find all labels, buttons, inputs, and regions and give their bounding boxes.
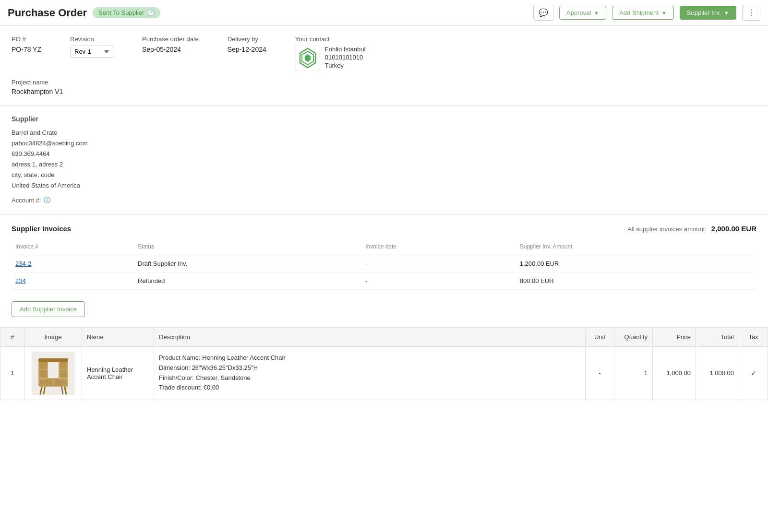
- col-unit-header: Unit: [586, 327, 614, 346]
- delivery-block: Delivery by Sep-12-2024: [228, 35, 266, 53]
- contact-company: Fohlio Istanbul: [325, 46, 366, 53]
- approval-label: Approval: [566, 9, 591, 16]
- po-date-label: Purchase order date: [142, 35, 199, 43]
- contact-details: Fohlio Istanbul 01010101010 Turkey: [325, 46, 366, 69]
- inv-header: Supplier Invoices All supplier invoices …: [12, 225, 756, 233]
- supplier-info: Barrel and Crate pahoc34824@soebing.com …: [12, 128, 756, 191]
- more-options-button[interactable]: ⋮: [742, 5, 760, 21]
- inv-total-row: All supplier invoices amount: 2,000.00 E…: [627, 225, 756, 233]
- chevron-down-icon: ▼: [724, 10, 729, 16]
- po-date-block: Purchase order date Sep-05-2024: [142, 35, 199, 53]
- delivery-label: Delivery by: [228, 35, 266, 43]
- po-number-block: PO # PO-78 YZ: [12, 35, 41, 53]
- contact-label: Your contact: [295, 35, 366, 43]
- chat-icon-button[interactable]: 💬: [533, 5, 553, 21]
- project-label: Project name: [12, 79, 48, 86]
- item-description: Product Name: Henning Leather Accent Cha…: [154, 346, 586, 400]
- supplier-address2: city, state, code: [12, 170, 756, 180]
- col-date: Invoice date: [361, 240, 516, 255]
- supplier-address1: adress 1, adress 2: [12, 159, 756, 170]
- items-table: # Image Name Description Unit Quantity P…: [0, 327, 768, 400]
- invoice-amount: 800.00 EUR: [516, 272, 756, 289]
- chevron-down-icon: ▼: [661, 10, 667, 16]
- item-row: 1 Henning Leather Accent Chair Product N…: [0, 346, 768, 400]
- supplier-country: United States of America: [12, 180, 756, 191]
- delivery-value: Sep-12-2024: [228, 46, 266, 53]
- project-block: Project name Rockhampton V1: [12, 78, 756, 95]
- inv-total-value: 2,000.00 EUR: [711, 225, 756, 233]
- item-total: 1,000.00: [696, 346, 739, 400]
- col-amount: Supplier Inv. Amount: [516, 240, 756, 255]
- svg-rect-4: [32, 352, 75, 395]
- svg-rect-18: [38, 358, 68, 362]
- contact-country: Turkey: [325, 62, 366, 69]
- fohlio-logo: [295, 46, 320, 71]
- item-unit: -: [586, 346, 614, 400]
- contact-phone: 01010101010: [325, 54, 366, 61]
- svg-rect-11: [54, 379, 67, 386]
- project-value: Rockhampton V1: [12, 88, 756, 95]
- supplier-email: pahoc34824@soebing.com: [12, 138, 756, 149]
- invoice-amount: 1,200.00 EUR: [516, 255, 756, 272]
- col-status: Status: [134, 240, 361, 255]
- po-info-section: PO # PO-78 YZ Revision Rev-1 Purchase or…: [0, 26, 768, 106]
- col-name-header: Name: [82, 327, 154, 346]
- col-img-header: Image: [24, 327, 82, 346]
- account-label: Account #:: [12, 197, 41, 204]
- col-invoice: Invoice #: [12, 240, 134, 255]
- supplier-label: Supplier: [12, 115, 38, 123]
- add-shipment-label: Add Shipment: [619, 9, 659, 16]
- supplier-section: Supplier Barrel and Crate pahoc34824@soe…: [0, 106, 768, 215]
- status-badge[interactable]: Sent To Supplier 🕐: [93, 7, 160, 18]
- po-number-label: PO #: [12, 35, 41, 43]
- add-supplier-invoice-button[interactable]: Add Supplier Invoice: [12, 301, 85, 317]
- contact-block: Your contact Fohlio Istanbul 01010101010…: [295, 35, 366, 71]
- items-table-section: # Image Name Description Unit Quantity P…: [0, 327, 768, 400]
- invoice-date: -: [361, 272, 516, 289]
- po-date-value: Sep-05-2024: [142, 46, 199, 53]
- chevron-down-icon: ▼: [594, 10, 599, 16]
- chat-icon: 💬: [539, 8, 548, 17]
- item-quantity: 1: [614, 346, 653, 400]
- inv-title: Supplier Invoices: [12, 225, 71, 233]
- invoice-row: 234-2 Draft Supplier Inv. - 1,200.00 EUR: [12, 255, 756, 272]
- revision-label: Revision: [70, 35, 113, 43]
- status-label: Sent To Supplier: [98, 9, 144, 16]
- clock-icon: 🕐: [147, 9, 155, 16]
- approval-button[interactable]: Approval ▼: [559, 6, 606, 20]
- invoice-row: 234 Refunded - 800.00 EUR: [12, 272, 756, 289]
- contact-info-block: Fohlio Istanbul 01010101010 Turkey: [295, 46, 366, 71]
- col-num-header: #: [0, 327, 24, 346]
- svg-rect-14: [39, 361, 47, 369]
- revision-block: Revision Rev-1: [70, 35, 113, 58]
- col-total-header: Total: [696, 327, 739, 346]
- supplier-inv-label: Supplier Inv.: [687, 9, 721, 16]
- svg-rect-10: [39, 379, 53, 386]
- invoice-date: -: [361, 255, 516, 272]
- col-price-header: Price: [653, 327, 696, 346]
- top-bar: Purchase Order Sent To Supplier 🕐 💬 Appr…: [0, 0, 768, 26]
- supplier-name: Barrel and Crate: [12, 128, 756, 138]
- svg-rect-16: [39, 370, 47, 378]
- invoice-num: 234-2: [12, 255, 134, 272]
- invoice-status: Draft Supplier Inv.: [134, 255, 361, 272]
- po-number-value: PO-78 YZ: [12, 46, 41, 53]
- account-row: Account #: ⓘ: [12, 196, 756, 205]
- supplier-phone: 630.369.4464: [12, 149, 756, 159]
- add-shipment-button[interactable]: Add Shipment ▼: [612, 6, 674, 20]
- svg-rect-17: [60, 370, 67, 378]
- inv-total-label: All supplier invoices amount:: [627, 225, 707, 233]
- info-icon[interactable]: ⓘ: [44, 196, 50, 205]
- item-price: 1,000.00: [653, 346, 696, 400]
- svg-rect-15: [60, 361, 67, 369]
- invoice-num: 234: [12, 272, 134, 289]
- col-tax-header: Tax: [739, 327, 768, 346]
- invoice-status: Refunded: [134, 272, 361, 289]
- supplier-inv-button[interactable]: Supplier Inv. ▼: [680, 6, 736, 20]
- item-name: Henning Leather Accent Chair: [82, 346, 154, 400]
- supplier-invoices-section: Supplier Invoices All supplier invoices …: [0, 215, 768, 327]
- page-title: Purchase Order: [8, 7, 87, 19]
- revision-select[interactable]: Rev-1: [70, 46, 113, 58]
- invoices-table: Invoice # Status Invoice date Supplier I…: [12, 240, 756, 290]
- item-image: [24, 346, 82, 400]
